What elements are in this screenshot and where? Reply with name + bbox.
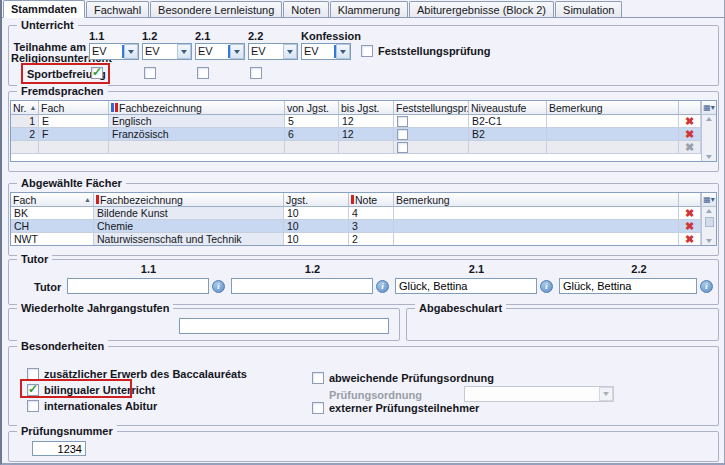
scroll-up-icon[interactable] bbox=[706, 117, 712, 121]
pruefungsnummer-input[interactable] bbox=[32, 441, 86, 456]
vertical-scrollbar[interactable] bbox=[702, 207, 716, 245]
tutor-input-2-1[interactable] bbox=[395, 278, 537, 294]
tab-abiturergebnisse[interactable]: Abiturergebnisse (Block 2) bbox=[409, 1, 554, 17]
column-picker-icon[interactable]: ▦▾ bbox=[702, 193, 716, 207]
table-row-selected[interactable]: CH Chemie 10 3 ✖ bbox=[11, 220, 701, 233]
internationales-abitur-checkbox[interactable] bbox=[27, 400, 39, 412]
table-row-empty[interactable]: ✖ bbox=[11, 141, 701, 154]
column-header-fachbezeichnung[interactable]: Fachbezeichnung bbox=[109, 101, 285, 115]
cell-bemerkung[interactable] bbox=[547, 115, 679, 128]
tutor-input-1-2[interactable] bbox=[231, 278, 373, 294]
info-icon[interactable]: i bbox=[212, 280, 225, 293]
table-row[interactable]: NWT Naturwissenschaft und Technik 10 2 ✖ bbox=[11, 233, 701, 245]
tab-klammerung[interactable]: Klammerung bbox=[330, 1, 408, 17]
vertical-scrollbar[interactable] bbox=[702, 115, 716, 161]
tab-fachwahl[interactable]: Fachwahl bbox=[86, 1, 149, 17]
scroll-down-icon[interactable] bbox=[706, 155, 712, 159]
chevron-down-icon[interactable] bbox=[177, 44, 191, 59]
column-header-fach[interactable]: Fach bbox=[39, 101, 109, 115]
cell-note[interactable]: 3 bbox=[349, 220, 394, 233]
sportbefreiung-checkbox-2-1[interactable] bbox=[197, 67, 209, 79]
wiederholte-jahrgangstufen-input[interactable] bbox=[179, 318, 389, 334]
feststellungspr-checkbox[interactable] bbox=[397, 142, 408, 153]
religion-combo-2-2[interactable]: EV bbox=[248, 43, 298, 60]
cell-note[interactable]: 2 bbox=[349, 233, 394, 245]
delete-row-button[interactable]: ✖ bbox=[679, 207, 701, 220]
sportbefreiung-checkbox-1-1[interactable] bbox=[91, 67, 103, 79]
cell-bis-jgst[interactable]: 12 bbox=[339, 115, 394, 128]
column-header-bemerkung[interactable]: Bemerkung bbox=[547, 101, 679, 115]
column-header-note[interactable]: Note bbox=[349, 193, 394, 207]
sportbefreiung-checkbox-2-2[interactable] bbox=[250, 67, 262, 79]
info-icon[interactable]: i bbox=[700, 280, 713, 293]
feststellungspr-checkbox[interactable] bbox=[397, 116, 408, 127]
konfession-combo[interactable]: EV bbox=[301, 43, 351, 60]
chevron-down-icon[interactable] bbox=[124, 44, 138, 59]
chevron-down-icon[interactable] bbox=[230, 44, 244, 59]
cell-niveaustufe[interactable]: B2 bbox=[469, 128, 547, 141]
tutor-input-1-1[interactable] bbox=[67, 278, 209, 294]
cell-niveaustufe[interactable] bbox=[469, 141, 547, 154]
scroll-up-icon[interactable] bbox=[706, 209, 712, 213]
baccalaureat-checkbox[interactable] bbox=[27, 368, 39, 380]
table-row[interactable]: BK Bildende Kunst 10 4 ✖ bbox=[11, 207, 701, 220]
cell-fach[interactable] bbox=[39, 141, 109, 154]
religion-combo-1-2[interactable]: EV bbox=[142, 43, 192, 60]
scrollbar-thumb[interactable] bbox=[705, 217, 714, 227]
cell-bemerkung[interactable] bbox=[394, 220, 679, 233]
cell-note[interactable]: 4 bbox=[349, 207, 394, 220]
religion-combo-1-1[interactable]: EV bbox=[89, 43, 139, 60]
delete-row-button[interactable]: ✖ bbox=[679, 115, 701, 128]
cell-fach[interactable]: E bbox=[39, 115, 109, 128]
column-header-fachbezeichnung[interactable]: Fachbezeichnung bbox=[94, 193, 284, 207]
column-header-niveaustufe[interactable]: Niveaustufe bbox=[469, 101, 547, 115]
tab-simulation[interactable]: Simulation bbox=[555, 1, 622, 17]
cell-niveaustufe[interactable]: B2-C1 bbox=[469, 115, 547, 128]
cell-fach[interactable]: F bbox=[39, 128, 109, 141]
cell-bemerkung[interactable] bbox=[547, 141, 679, 154]
scroll-down-icon[interactable] bbox=[706, 239, 712, 243]
table-row[interactable]: 1 E Englisch 5 12 B2-C1 ✖ bbox=[11, 115, 701, 128]
cell-bis-jgst[interactable]: 12 bbox=[339, 128, 394, 141]
column-header-bis-jgst[interactable]: bis Jgst. bbox=[339, 101, 394, 115]
cell-bis-jgst[interactable] bbox=[339, 141, 394, 154]
column-header-fach[interactable]: Fach▲ bbox=[11, 193, 94, 207]
sportbefreiung-checkbox-1-2[interactable] bbox=[144, 67, 156, 79]
cell-fach[interactable]: BK bbox=[11, 207, 94, 220]
column-header-feststellungspr[interactable]: Feststellungspr. bbox=[394, 101, 469, 115]
column-header-von-jgst[interactable]: von Jgst. bbox=[285, 101, 339, 115]
table-row-selected[interactable]: 2 F Französisch 6 12 B2 ✖ bbox=[11, 128, 701, 141]
feststellungspruefung-checkbox[interactable] bbox=[361, 45, 373, 57]
cell-fach[interactable]: CH bbox=[11, 220, 94, 233]
tab-noten[interactable]: Noten bbox=[283, 1, 328, 17]
column-header-nr[interactable]: Nr.▲ bbox=[11, 101, 39, 115]
column-header-bemerkung[interactable]: Bemerkung bbox=[394, 193, 679, 207]
cell-von-jgst[interactable] bbox=[285, 141, 339, 154]
column-header-jgst[interactable]: Jgst. bbox=[284, 193, 349, 207]
cell-von-jgst[interactable]: 6 bbox=[285, 128, 339, 141]
bilingualer-unterricht-checkbox[interactable] bbox=[27, 384, 39, 396]
religion-combo-2-1[interactable]: EV bbox=[195, 43, 245, 60]
externer-pruefungsteilnehmer-checkbox[interactable] bbox=[312, 402, 324, 414]
info-icon[interactable]: i bbox=[376, 280, 389, 293]
cell-jgst[interactable]: 10 bbox=[284, 233, 349, 245]
tab-besondere-lernleistung[interactable]: Besondere Lernleistung bbox=[150, 1, 282, 17]
delete-row-button[interactable]: ✖ bbox=[679, 233, 701, 245]
cell-jgst[interactable]: 10 bbox=[284, 207, 349, 220]
cell-von-jgst[interactable]: 5 bbox=[285, 115, 339, 128]
cell-jgst[interactable]: 10 bbox=[284, 220, 349, 233]
feststellungspr-checkbox[interactable] bbox=[397, 129, 408, 140]
cell-bemerkung[interactable] bbox=[547, 128, 679, 141]
cell-bemerkung[interactable] bbox=[394, 207, 679, 220]
tutor-input-2-2[interactable] bbox=[559, 278, 697, 294]
chevron-down-icon[interactable] bbox=[283, 44, 297, 59]
delete-row-button[interactable]: ✖ bbox=[679, 220, 701, 233]
tab-stammdaten[interactable]: Stammdaten bbox=[3, 0, 85, 18]
cell-fach[interactable]: NWT bbox=[11, 233, 94, 245]
chevron-down-icon[interactable] bbox=[336, 44, 350, 59]
abweichende-pruefungsordnung-checkbox[interactable] bbox=[312, 372, 324, 384]
cell-bemerkung[interactable] bbox=[394, 233, 679, 245]
column-picker-icon[interactable]: ▦▾ bbox=[702, 101, 716, 115]
delete-row-button[interactable]: ✖ bbox=[679, 128, 701, 141]
info-icon[interactable]: i bbox=[540, 280, 553, 293]
